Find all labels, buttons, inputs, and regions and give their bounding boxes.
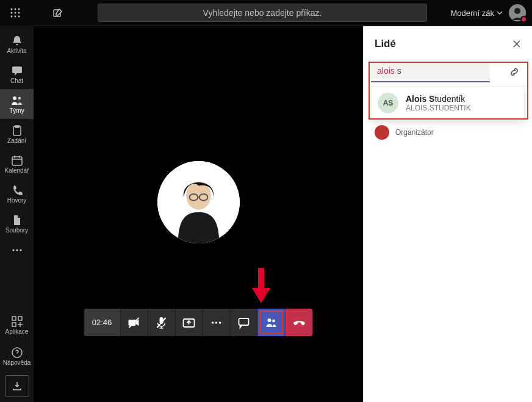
profile-avatar[interactable] (509, 4, 526, 21)
more-icon (210, 320, 223, 325)
compose-icon[interactable] (49, 8, 67, 18)
files-icon (11, 214, 23, 226)
svg-point-5 (18, 12, 20, 14)
link-icon (509, 66, 520, 77)
svg-rect-29 (258, 268, 264, 289)
svg-point-40 (272, 319, 275, 322)
svg-point-11 (514, 8, 520, 14)
call-toolbar: 02:46 (84, 309, 313, 336)
suggestion-subtitle: ALOIS.STUDENTIK (406, 104, 471, 112)
app-rail: Aktivita Chat Týmy Zadání Kalendář Hovor… (0, 26, 34, 402)
chevron-down-icon (497, 10, 503, 16)
svg-rect-21 (18, 317, 22, 320)
call-stage: 02:46 (34, 26, 363, 402)
svg-rect-20 (12, 317, 16, 320)
svg-point-3 (11, 12, 13, 14)
show-participants-button[interactable] (258, 309, 286, 336)
rail-chat[interactable]: Chat (0, 59, 34, 89)
profile-menu[interactable]: Moderní zák (450, 9, 503, 18)
title-bar: Vyhledejte nebo zadejte příkaz. Moderní … (0, 0, 532, 26)
suggestion-name: Alois Studentík (406, 94, 471, 104)
svg-rect-12 (12, 66, 22, 73)
download-icon (12, 381, 23, 392)
svg-point-36 (215, 321, 218, 324)
svg-rect-22 (12, 323, 16, 326)
camera-off-icon (128, 316, 141, 329)
rail-files[interactable]: Soubory (0, 209, 34, 239)
people-icon (265, 316, 278, 329)
hangup-icon (292, 315, 306, 330)
participant-avatar (157, 161, 240, 243)
close-panel-button[interactable] (512, 40, 521, 48)
svg-point-7 (15, 16, 16, 18)
rail-calendar[interactable]: Kalendář (0, 149, 34, 179)
svg-point-35 (212, 321, 214, 324)
rail-calls[interactable]: Hovory (0, 179, 34, 209)
svg-point-18 (16, 249, 18, 251)
organizer-avatar (375, 125, 389, 140)
close-icon (512, 40, 521, 48)
svg-point-14 (18, 96, 21, 99)
rail-more-icon[interactable] (12, 241, 23, 259)
help-icon (11, 346, 23, 359)
svg-point-37 (219, 321, 221, 324)
more-actions-button[interactable] (203, 309, 231, 336)
call-duration: 02:46 (84, 309, 121, 336)
svg-point-19 (20, 249, 21, 251)
toggle-mic-button[interactable] (148, 309, 176, 336)
teams-icon (10, 95, 24, 107)
organizer-row: Organizátor (371, 124, 525, 141)
toggle-camera-button[interactable] (121, 309, 148, 336)
svg-point-4 (15, 12, 16, 14)
annotation-arrow (252, 268, 270, 304)
svg-point-8 (18, 16, 20, 18)
rail-download[interactable] (5, 375, 29, 397)
svg-point-13 (13, 96, 16, 100)
rail-assignments[interactable]: Zadání (0, 119, 34, 149)
rail-teams[interactable]: Týmy (0, 89, 34, 119)
svg-point-6 (11, 16, 13, 18)
presence-badge (520, 16, 527, 23)
profile-label: Moderní zák (450, 9, 494, 18)
svg-point-39 (268, 318, 271, 322)
svg-point-2 (18, 9, 20, 10)
show-chat-button[interactable] (231, 309, 258, 336)
search-input[interactable]: Vyhledejte nebo zadejte příkaz. (98, 4, 427, 22)
hangup-button[interactable] (286, 309, 313, 336)
suggestion-avatar: AS (378, 93, 398, 113)
assignments-icon (11, 124, 23, 137)
svg-point-17 (12, 249, 14, 251)
svg-rect-38 (239, 318, 249, 325)
rail-apps[interactable]: Aplikace (3, 309, 31, 340)
people-panel: Lidé alois s (363, 26, 532, 402)
chat-bubble-icon (237, 316, 251, 329)
people-search-input[interactable] (371, 62, 490, 82)
apps-grid-icon[interactable] (6, 8, 24, 18)
share-icon (182, 316, 196, 329)
mic-off-icon (155, 316, 168, 329)
bell-icon (11, 35, 23, 47)
copy-link-button[interactable] (504, 62, 525, 82)
svg-rect-16 (12, 157, 22, 165)
search-placeholder: Vyhledejte nebo zadejte příkaz. (203, 8, 322, 18)
svg-point-0 (11, 9, 13, 10)
calendar-icon (11, 154, 23, 167)
chat-icon (11, 65, 23, 77)
phone-icon (11, 184, 23, 196)
svg-point-1 (15, 9, 16, 10)
organizer-label: Organizátor (395, 128, 434, 137)
people-panel-title: Lidé (375, 38, 396, 50)
rail-activity[interactable]: Aktivita (0, 29, 34, 59)
rail-help[interactable]: Nápověda (3, 340, 31, 371)
apps-icon (11, 315, 23, 328)
people-suggestion-item[interactable]: AS Alois Studentík ALOIS.STUDENTIK (371, 86, 525, 120)
share-screen-button[interactable] (176, 309, 203, 336)
